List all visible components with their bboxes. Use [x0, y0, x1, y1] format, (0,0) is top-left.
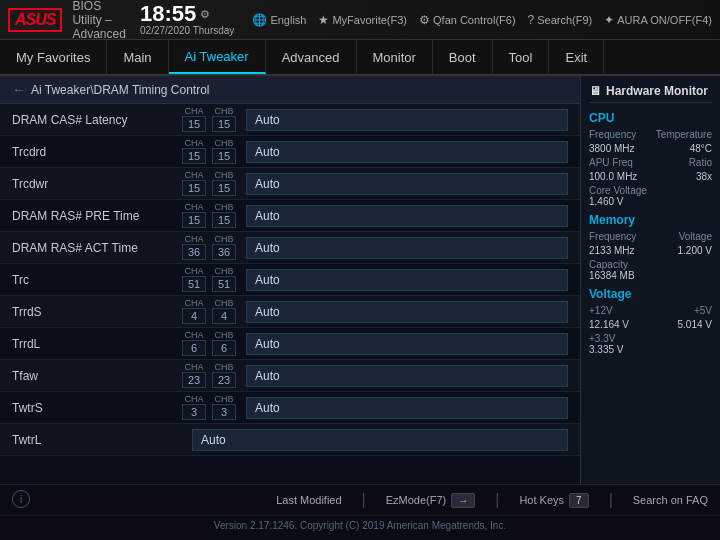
- search-btn[interactable]: ? Search(F9): [528, 13, 593, 27]
- value-dropdown[interactable]: Auto: [192, 429, 568, 451]
- navbar: My Favorites Main Ai Tweaker Advanced Mo…: [0, 40, 720, 76]
- chb-value: 23: [212, 372, 236, 388]
- core-voltage-val: 1.460 V: [589, 196, 712, 207]
- table-row: DRAM RAS# ACT TimeCHA36CHB36Auto: [0, 232, 580, 264]
- date-display: 02/27/2020 Thursday: [140, 25, 234, 36]
- nav-monitor[interactable]: Monitor: [357, 40, 433, 74]
- chb-label: CHB: [214, 107, 233, 116]
- cha-value: 6: [182, 340, 206, 356]
- qfan-btn[interactable]: ⚙ Qfan Control(F6): [419, 13, 516, 27]
- chb-value: 36: [212, 244, 236, 260]
- chb-value: 3: [212, 404, 236, 420]
- nav-tool[interactable]: Tool: [493, 40, 550, 74]
- cha-label: CHA: [184, 363, 203, 372]
- aura-btn[interactable]: ✦ AURA ON/OFF(F4): [604, 13, 712, 27]
- volt-12-val-row: 12.164 V 5.014 V: [589, 319, 712, 330]
- myfavorite-btn[interactable]: ★ MyFavorite(F3): [318, 13, 407, 27]
- cha-label: CHA: [184, 107, 203, 116]
- voltage-section-title: Voltage: [589, 287, 712, 301]
- header: ASUS UEFI BIOS Utility – Advanced Mode 1…: [0, 0, 720, 40]
- chb-label: CHB: [214, 395, 233, 404]
- row-label: TwtrS: [12, 401, 182, 415]
- row-label: TrrdS: [12, 305, 182, 319]
- cha-value: 15: [182, 212, 206, 228]
- breadcrumb: ← Ai Tweaker\DRAM Timing Control: [0, 76, 580, 104]
- header-icons: 🌐 English ★ MyFavorite(F3) ⚙ Qfan Contro…: [252, 13, 712, 27]
- core-voltage-label: Core Voltage: [589, 185, 712, 196]
- breadcrumb-text: Ai Tweaker\DRAM Timing Control: [31, 83, 210, 97]
- nav-advanced[interactable]: Advanced: [266, 40, 357, 74]
- cha-label: CHA: [184, 235, 203, 244]
- table-row: TrrdSCHA4CHB4Auto: [0, 296, 580, 328]
- value-dropdown[interactable]: Auto: [246, 173, 568, 195]
- cpu-apu-row: APU Freq Ratio: [589, 157, 712, 168]
- value-dropdown[interactable]: Auto: [246, 237, 568, 259]
- cha-value: 3: [182, 404, 206, 420]
- settings-icon[interactable]: ⚙: [200, 8, 210, 21]
- main-layout: ← Ai Tweaker\DRAM Timing Control DRAM CA…: [0, 76, 720, 496]
- row-label: DRAM RAS# ACT Time: [12, 241, 182, 255]
- nav-boot[interactable]: Boot: [433, 40, 493, 74]
- ezmode-key: →: [451, 493, 475, 508]
- cha-label: CHA: [184, 171, 203, 180]
- search-faq-btn[interactable]: Search on FAQ: [633, 494, 708, 506]
- monitor-icon: 🖥: [589, 84, 601, 98]
- info-icon[interactable]: i: [12, 490, 30, 508]
- value-dropdown[interactable]: Auto: [246, 365, 568, 387]
- cpu-section-title: CPU: [589, 111, 712, 125]
- row-label: TwtrL: [12, 433, 182, 447]
- search-faq-label: Search on FAQ: [633, 494, 708, 506]
- row-label: Trc: [12, 273, 182, 287]
- nav-my-favorites[interactable]: My Favorites: [0, 40, 107, 74]
- hw-monitor-panel: 🖥 Hardware Monitor CPU Frequency Tempera…: [580, 76, 720, 496]
- globe-icon: 🌐: [252, 13, 267, 27]
- cha-label: CHA: [184, 139, 203, 148]
- row-label: Tfaw: [12, 369, 182, 383]
- footer-top: Last Modified | EzMode(F7) → | Hot Keys …: [0, 485, 720, 516]
- chb-label: CHB: [214, 235, 233, 244]
- mem-freq-val: 2133 MHz: [589, 245, 635, 256]
- cpu-freq-val: 3800 MHz: [589, 143, 635, 154]
- row-label: Trcdrd: [12, 145, 182, 159]
- cpu-ratio-label: Ratio: [689, 157, 712, 168]
- footer-copyright: Version 2.17.1246. Copyright (C) 2019 Am…: [0, 516, 720, 535]
- chb-label: CHB: [214, 363, 233, 372]
- cha-value: 23: [182, 372, 206, 388]
- hotkeys-btn[interactable]: Hot Keys 7: [519, 493, 588, 508]
- cha-value: 15: [182, 148, 206, 164]
- value-dropdown[interactable]: Auto: [246, 141, 568, 163]
- mem-freq-val-row: 2133 MHz 1.200 V: [589, 245, 712, 256]
- value-dropdown[interactable]: Auto: [246, 301, 568, 323]
- cha-label: CHA: [184, 331, 203, 340]
- cha-label: CHA: [184, 395, 203, 404]
- value-dropdown[interactable]: Auto: [246, 109, 568, 131]
- cpu-freq-val-row: 3800 MHz 48°C: [589, 143, 712, 154]
- cha-label: CHA: [184, 203, 203, 212]
- row-label: DRAM CAS# Latency: [12, 113, 182, 127]
- lang-selector[interactable]: 🌐 English: [252, 13, 306, 27]
- mem-freq-row: Frequency Voltage: [589, 231, 712, 242]
- mem-cap-label: Capacity: [589, 259, 712, 270]
- value-dropdown[interactable]: Auto: [246, 205, 568, 227]
- mem-volt-label: Voltage: [679, 231, 712, 242]
- cpu-freq-row: Frequency Temperature: [589, 129, 712, 140]
- value-dropdown[interactable]: Auto: [246, 397, 568, 419]
- volt-33-label: +3.3V: [589, 333, 712, 344]
- row-label: DRAM RAS# PRE Time: [12, 209, 182, 223]
- nav-main[interactable]: Main: [107, 40, 168, 74]
- volt-33-val: 3.335 V: [589, 344, 712, 355]
- nav-exit[interactable]: Exit: [549, 40, 604, 74]
- cpu-freq-label: Frequency: [589, 129, 636, 140]
- hw-monitor-title: 🖥 Hardware Monitor: [589, 84, 712, 103]
- value-dropdown[interactable]: Auto: [246, 269, 568, 291]
- value-dropdown[interactable]: Auto: [246, 333, 568, 355]
- mem-freq-label: Frequency: [589, 231, 636, 242]
- back-arrow[interactable]: ←: [12, 82, 25, 97]
- ezmode-btn[interactable]: EzMode(F7) →: [386, 493, 476, 508]
- datetime: 18:55 ⚙ 02/27/2020 Thursday: [140, 3, 234, 36]
- cha-value: 15: [182, 180, 206, 196]
- row-label: TrrdL: [12, 337, 182, 351]
- cha-value: 36: [182, 244, 206, 260]
- nav-ai-tweaker[interactable]: Ai Tweaker: [169, 40, 266, 74]
- chb-label: CHB: [214, 299, 233, 308]
